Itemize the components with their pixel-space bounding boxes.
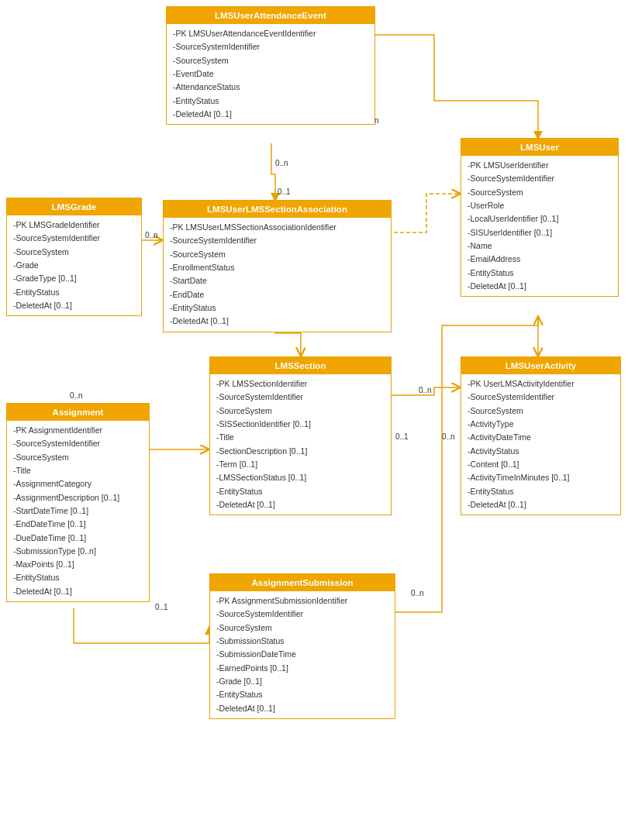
field: -EntityStatus — [468, 485, 614, 498]
field: -Title — [13, 464, 143, 477]
entity-body-LMSUser: -PK LMSUserIdentifier -SourceSystemIdent… — [461, 156, 618, 296]
field: -EventDate — [173, 67, 368, 81]
field: -PK AssignmentSubmissionIdentifier — [216, 594, 388, 608]
field: -EntityStatus — [13, 286, 135, 299]
field: -PK LMSUserLMSSectionAssociationIdentifi… — [170, 221, 385, 234]
label-0-n-2: 0..n — [145, 231, 158, 239]
label-0-n-5: 0..n — [442, 432, 455, 441]
field: -SourceSystem — [468, 186, 612, 199]
field: -LMSSectionStatus [0..1] — [216, 471, 385, 484]
field: -ActivityTimeInMinutes [0..1] — [468, 471, 614, 484]
entity-LMSUser: LMSUser -PK LMSUserIdentifier -SourceSys… — [461, 138, 619, 297]
field: -DueDateTime [0..1] — [13, 532, 143, 545]
field: -DeletedAt [0..1] — [468, 280, 612, 293]
field: -StartDateTime [0..1] — [13, 504, 143, 518]
field: -EndDateTime [0..1] — [13, 518, 143, 531]
field: -DeletedAt [0..1] — [216, 498, 385, 511]
label-0-n-4: 0..n — [419, 386, 432, 394]
field: -EntityStatus — [13, 571, 143, 584]
entity-header-LMSSection: LMSSection — [210, 357, 391, 374]
entity-body-LMSUserAttendanceEvent: -PK LMSUserAttendanceEventIdentifier -So… — [167, 24, 374, 124]
entity-AssignmentSubmission: AssignmentSubmission -PK AssignmentSubmi… — [209, 573, 395, 719]
field: -EntityStatus — [216, 485, 385, 498]
field: -EntityStatus — [170, 301, 385, 315]
entity-body-LMSUserActivity: -PK UserLMSActivityIdentifier -SourceSys… — [461, 374, 620, 515]
field: -Term [0..1] — [216, 458, 385, 471]
field: -PK UserLMSActivityIdentifier — [468, 377, 614, 391]
field: -SourceSystemIdentifier — [170, 234, 385, 247]
field: -EarnedPoints [0..1] — [216, 662, 388, 675]
label-0-1-1: 0..1 — [278, 188, 291, 196]
entity-LMSGrade: LMSGrade -PK LMSGradeIdentifier -SourceS… — [6, 198, 142, 316]
field: -LocalUserIdentifier [0..1] — [468, 212, 612, 225]
field: -SubmissionDateTime — [216, 648, 388, 661]
entity-Assignment: Assignment -PK AssignmentIdentifier -Sou… — [6, 403, 150, 602]
label-0-1-2: 0..1 — [395, 432, 409, 441]
field: -EmailAddress — [468, 253, 612, 266]
field: -SectionDescription [0..1] — [216, 445, 385, 458]
field: -EntityStatus — [216, 688, 388, 701]
entity-header-LMSUser: LMSUser — [461, 139, 618, 156]
field: -AttendanceStatus — [173, 81, 368, 94]
field: -UserRole — [468, 199, 612, 212]
field: -SubmissionType [0..n] — [13, 545, 143, 558]
field: -Grade [0..1] — [216, 675, 388, 688]
entity-header-AssignmentSubmission: AssignmentSubmission — [210, 574, 395, 591]
field: -PK LMSUserAttendanceEventIdentifier — [173, 27, 368, 40]
field: -GradeType [0..1] — [13, 272, 135, 285]
field: -StartDate — [170, 274, 385, 287]
field: -SourceSystemIdentifier — [468, 391, 614, 404]
field: -SourceSystem — [170, 248, 385, 261]
field: -SubmissionStatus — [216, 635, 388, 648]
field: -ActivityStatus — [468, 445, 614, 458]
field: -EntityStatus — [173, 95, 368, 108]
diagram-container: 0..n 0..1 0..n 0..n 0..n 0..1 0..n 0..n … — [0, 0, 628, 840]
entity-body-LMSGrade: -PK LMSGradeIdentifier -SourceSystemIden… — [7, 215, 141, 315]
label-0-n-7: 0..n — [411, 589, 424, 597]
field: -Content [0..1] — [468, 458, 614, 471]
label-0-1-3: 0..1 — [155, 603, 168, 611]
entity-header-LMSUserLMSSectionAssociation: LMSUserLMSSectionAssociation — [164, 201, 391, 218]
field: -SourceSystem — [216, 405, 385, 418]
field: -DeletedAt [0..1] — [216, 702, 388, 715]
entity-body-AssignmentSubmission: -PK AssignmentSubmissionIdentifier -Sour… — [210, 591, 395, 718]
entity-body-LMSUserLMSSectionAssociation: -PK LMSUserLMSSectionAssociationIdentifi… — [164, 218, 391, 332]
field: -AssignmentCategory — [13, 477, 143, 491]
field: -DeletedAt [0..1] — [170, 315, 385, 328]
entity-LMSUserActivity: LMSUserActivity -PK UserLMSActivityIdent… — [461, 356, 621, 515]
field: -SourceSystemIdentifier — [173, 40, 368, 53]
field: -Title — [216, 431, 385, 444]
entity-LMSSection: LMSSection -PK LMSSectionIdentifier -Sou… — [209, 356, 392, 515]
field: -SourceSystemIdentifier — [216, 608, 388, 621]
field: -EntityStatus — [468, 267, 612, 280]
label-0-n-6: 0..n — [70, 391, 83, 400]
field: -DeletedAt [0..1] — [13, 585, 143, 598]
field: -SISSectionIdentifier [0..1] — [216, 418, 385, 431]
field: -SourceSystem — [468, 405, 614, 418]
field: -EnrollmentStatus — [170, 261, 385, 274]
field: -SourceSystemIdentifier — [216, 391, 385, 404]
field: -SourceSystem — [173, 54, 368, 67]
entity-LMSUserLMSSectionAssociation: LMSUserLMSSectionAssociation -PK LMSUser… — [163, 200, 392, 332]
field: -EndDate — [170, 288, 385, 301]
field: -SISUserIdentifier [0..1] — [468, 226, 612, 239]
field: -SourceSystemIdentifier — [13, 437, 143, 450]
entity-LMSUserAttendanceEvent: LMSUserAttendanceEvent -PK LMSUserAttend… — [166, 6, 375, 125]
field: -MaxPoints [0..1] — [13, 558, 143, 571]
entity-body-Assignment: -PK AssignmentIdentifier -SourceSystemId… — [7, 421, 149, 601]
field: -DeletedAt [0..1] — [468, 498, 614, 511]
entity-header-LMSGrade: LMSGrade — [7, 198, 141, 215]
field: -ActivityDateTime — [468, 431, 614, 444]
field: -SourceSystemIdentifier — [468, 172, 612, 185]
label-0-n-1: 0..n — [275, 159, 288, 167]
entity-header-LMSUserAttendanceEvent: LMSUserAttendanceEvent — [167, 7, 374, 24]
field: -Name — [468, 239, 612, 253]
field: -AssignmentDescription [0..1] — [13, 491, 143, 504]
entity-header-LMSUserActivity: LMSUserActivity — [461, 357, 620, 374]
field: -SourceSystem — [13, 246, 135, 259]
field: -PK LMSGradeIdentifier — [13, 219, 135, 232]
entity-body-LMSSection: -PK LMSSectionIdentifier -SourceSystemId… — [210, 374, 391, 515]
field: -PK LMSSectionIdentifier — [216, 377, 385, 391]
field: -SourceSystem — [13, 451, 143, 464]
field: -SourceSystemIdentifier — [13, 232, 135, 245]
